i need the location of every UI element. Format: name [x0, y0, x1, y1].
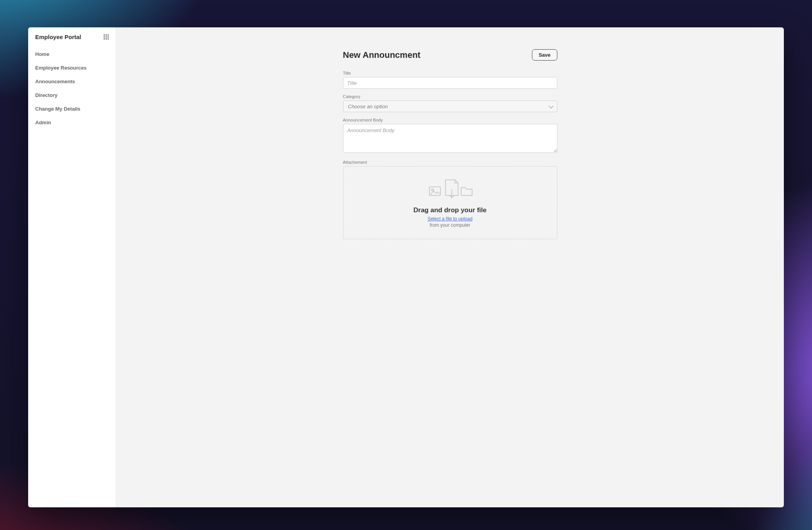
sidebar-item-employee-resources[interactable]: Employee Resources [28, 61, 116, 75]
content-area: New Announcment Save Title Category Choo… [116, 27, 784, 507]
sidebar-item-home[interactable]: Home [28, 47, 116, 61]
attachment-dropzone[interactable]: Drag and drop your file Select a file to… [343, 166, 557, 239]
chevron-down-icon [548, 103, 553, 108]
field-title: Title [343, 71, 557, 89]
sidebar-header: Employee Portal [28, 27, 116, 43]
sidebar-item-admin[interactable]: Admin [28, 116, 116, 129]
save-button[interactable]: Save [532, 49, 557, 61]
label-category: Category [343, 94, 557, 99]
category-select[interactable]: Choose an option [343, 100, 557, 112]
sidebar-item-directory[interactable]: Directory [28, 88, 116, 102]
svg-point-1 [431, 189, 433, 191]
page-title: New Announcment [343, 50, 420, 60]
announcement-form: New Announcment Save Title Category Choo… [343, 27, 557, 507]
label-body: Announcement Body [343, 118, 557, 122]
sidebar: Employee Portal Home Employee Resources … [28, 27, 116, 507]
app-window: Employee Portal Home Employee Resources … [28, 27, 784, 507]
apps-grid-icon[interactable] [104, 34, 109, 39]
field-category: Category Choose an option [343, 94, 557, 112]
dropzone-select-link[interactable]: Select a file to upload [428, 216, 472, 222]
field-body: Announcement Body [343, 118, 557, 154]
category-placeholder: Choose an option [348, 104, 388, 109]
body-textarea[interactable] [343, 124, 557, 153]
dropzone-subtext: from your computer [347, 222, 553, 228]
dropzone-title: Drag and drop your file [347, 206, 553, 214]
sidebar-item-announcements[interactable]: Announcements [28, 75, 116, 88]
label-attachment: Attachement [343, 160, 557, 165]
sidebar-item-change-my-details[interactable]: Change My Details [28, 102, 116, 116]
field-attachment: Attachement [343, 160, 557, 239]
label-title: Title [343, 71, 557, 75]
upload-illustration-icon [428, 177, 473, 202]
title-input[interactable] [343, 77, 557, 89]
sidebar-nav: Home Employee Resources Announcements Di… [28, 43, 116, 129]
form-header: New Announcment Save [343, 49, 557, 61]
sidebar-title: Employee Portal [35, 34, 81, 40]
